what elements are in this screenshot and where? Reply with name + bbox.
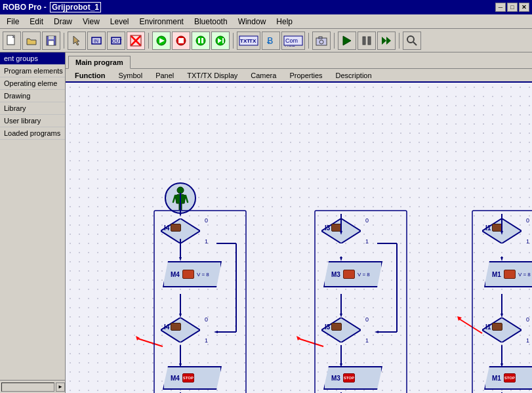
toolbar-separator-1 [64,33,64,49]
svg-marker-63 [375,331,379,333]
minimize-button[interactable]: ─ [495,3,506,12]
cursor-button[interactable] [68,31,86,50]
branch3-p1-sub: V = 8 [518,272,531,278]
svg-marker-50 [214,331,218,333]
toolbar-separator-3 [233,33,234,49]
menu-bar: File Edit Draw View Level Environment Bl… [0,14,532,29]
pause-button[interactable] [192,31,210,50]
run-button[interactable] [152,31,171,50]
branch3-p1-label: M1 [492,271,501,278]
branch3-d1-val0: 0 [526,217,529,224]
menu-draw[interactable]: Draw [49,16,77,28]
svg-line-37 [413,42,417,45]
new-button[interactable] [3,31,21,50]
stop-button[interactable] [172,31,190,50]
branch1-diamond2: I4 0 1 [161,318,200,342]
svg-rect-3 [49,41,54,45]
menu-help[interactable]: Help [271,16,298,28]
play2-button[interactable] [338,31,356,50]
branch1-process1: M4 V = 8 [163,261,222,287]
pause2-button[interactable] [358,31,376,50]
svg-marker-35 [386,37,391,45]
toolbar: IN OUT TXTTX Ƀ ComUSB [0,29,532,52]
svg-text:Ƀ: Ƀ [267,35,274,46]
camera-button[interactable] [312,31,331,50]
toolbar-separator-4 [308,33,309,49]
menu-level[interactable]: Level [105,16,134,28]
sec-tab-camera[interactable]: Camera [244,70,283,81]
branch1-d1-val0: 0 [205,217,208,224]
branch1-p1-label: M4 [171,271,180,278]
forward-button[interactable] [377,31,396,50]
main-layout: ent groups Program elements Operating el… [0,52,532,393]
sec-tab-properties[interactable]: Properties [283,70,329,81]
svg-rect-20 [222,38,224,43]
branch2-d2-val1: 1 [365,337,369,344]
branch1-p1-sub: V = 8 [197,272,209,278]
branch1-process2: M4 STOP [163,366,222,390]
sec-tab-description[interactable]: Description [329,70,379,81]
svg-line-78 [138,339,163,346]
svg-text:IN: IN [94,39,98,43]
bluetooth-button[interactable]: Ƀ [262,31,280,50]
tab-main-program[interactable]: Main program [68,56,131,69]
branch2-p1-label: M3 [331,271,340,278]
menu-window[interactable]: Window [233,16,272,28]
app-title: ROBO Pro - Grijprobot_1 [3,2,495,12]
svg-rect-32 [363,37,365,45]
menu-bluetooth[interactable]: Bluetooth [189,16,233,28]
svg-text:USB: USB [285,45,295,47]
menu-edit[interactable]: Edit [24,16,49,28]
svg-marker-54 [340,257,342,261]
branch3-d2-val1: 1 [526,337,529,344]
svg-text:Com: Com [285,37,298,44]
svg-rect-33 [368,37,371,45]
app-name: ROBO Pro [3,3,41,12]
open-button[interactable] [22,31,41,50]
branch3-process2: M1 STOP [484,366,532,390]
input-box-button[interactable]: IN [87,31,106,50]
branch2-d2-val0: 0 [365,316,369,323]
branch2-process2: M3 STOP [323,366,382,390]
svg-marker-83 [457,316,462,321]
sidebar-scroll-right[interactable]: ► [56,383,65,392]
branch2-d2-label: I3 [325,323,330,331]
svg-text:OUT: OUT [112,39,122,43]
maximize-button[interactable]: □ [507,3,518,12]
sidebar: ent groups Program elements Operating el… [0,52,66,393]
branch2-process1: M3 V = 8 [323,261,382,287]
start-symbol [165,182,196,214]
branch1-diamond1: I4 0 1 [161,218,200,243]
sidebar-item-program-elements[interactable]: Program elements [0,65,65,77]
usb-button[interactable]: ComUSB [281,31,305,50]
svg-marker-41 [179,257,182,261]
close-button[interactable]: ✕ [519,3,529,12]
sec-tab-symbol[interactable]: Symbol [112,70,149,81]
output-box-button[interactable]: OUT [107,31,125,50]
branch1-d2-val1: 1 [205,337,208,344]
branch3-p2-label: M1 [492,375,501,382]
branch1-d1-label: I4 [164,224,169,232]
sidebar-item-element-groups[interactable]: ent groups [0,52,65,65]
menu-environment[interactable]: Environment [134,16,189,28]
zoom-button[interactable] [403,31,421,50]
sidebar-item-operating-elements[interactable]: Operating eleme [0,77,65,90]
delete-button[interactable] [127,31,145,50]
sec-tab-txttx[interactable]: TXT/TX Display [180,70,244,81]
sec-tab-panel[interactable]: Panel [149,70,180,81]
content-area: Main program Function Symbol Panel TXT/T… [66,52,532,393]
svg-point-15 [196,36,205,45]
sidebar-item-loaded-programs[interactable]: Loaded programs [0,127,65,140]
txttx-button[interactable]: TXTTX [237,31,260,50]
branch2-d1-val0: 0 [365,217,369,224]
sec-tab-function[interactable]: Function [68,70,112,81]
sidebar-item-drawing[interactable]: Drawing [0,90,65,102]
secondary-tab-bar: Function Symbol Panel TXT/TX Display Cam… [66,68,532,83]
save-button[interactable] [42,31,60,50]
sidebar-item-user-library[interactable]: User library [0,115,65,127]
sidebar-item-library[interactable]: Library [0,102,65,115]
step-button[interactable] [211,31,230,50]
menu-file[interactable]: File [1,16,24,28]
menu-view[interactable]: View [77,16,105,28]
svg-point-87 [177,187,184,194]
